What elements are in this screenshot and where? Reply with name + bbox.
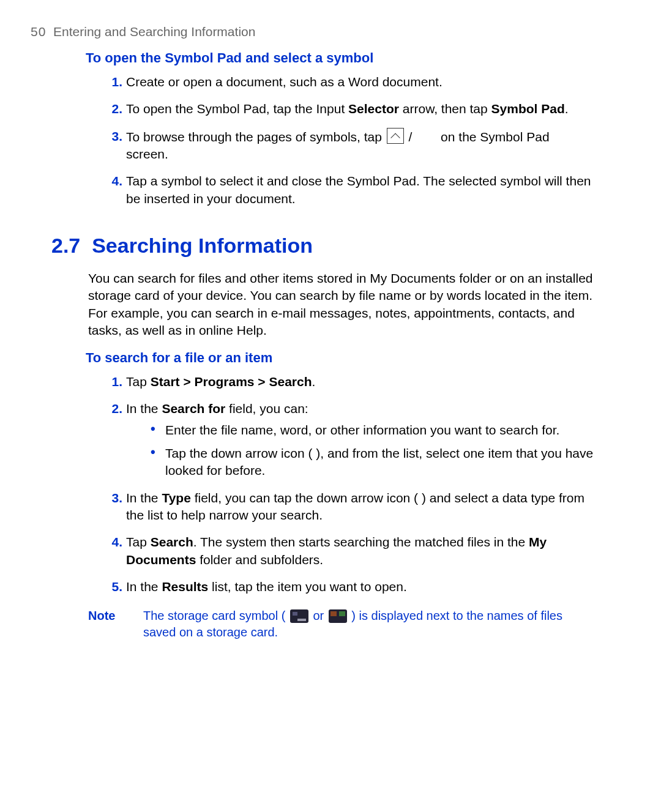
storage-card-icon	[290, 609, 308, 623]
note: Note The storage card symbol ( or ) is d…	[88, 608, 594, 641]
bullet-enter-name: Enter the file name, word, or other info…	[148, 422, 594, 439]
step-4: 4. Tap Search. The system then starts se…	[104, 534, 594, 568]
step-1: 1. Create or open a document, such as a …	[104, 73, 594, 91]
step-number: 3.	[104, 128, 122, 145]
note-text: The storage card symbol ( or ) is displa…	[143, 608, 594, 641]
step-text: Tap a symbol to select it and close the …	[126, 174, 591, 205]
step-text: To open the Symbol Pad, tap the Input Se…	[126, 102, 569, 116]
section-title: Searching Information	[92, 234, 313, 257]
symbol-pad-steps: 1. Create or open a document, such as a …	[104, 73, 594, 207]
step-3: 3. In the Type field, you can tap the do…	[104, 490, 594, 524]
note-label: Note	[88, 608, 143, 641]
step-text: To browse through the pages of symbols, …	[126, 130, 550, 161]
step-number: 3.	[104, 490, 122, 507]
section-heading-2-7: 2.7 Searching Information	[51, 232, 630, 260]
search-steps: 1. Tap Start > Programs > Search. 2. In …	[104, 373, 594, 595]
page-header: 50 Entering and Searching Information	[31, 23, 630, 40]
step-number: 2.	[104, 400, 122, 417]
step-5: 5. In the Results list, tap the item you…	[104, 578, 594, 595]
subhead-search-file: To search for a file or an item	[86, 349, 630, 367]
step-text: In the Type field, you can tap the down …	[126, 491, 584, 522]
step-number: 4.	[104, 173, 122, 190]
page-up-icon	[387, 128, 404, 144]
step-number: 2.	[104, 100, 122, 117]
step-3: 3. To browse through the pages of symbol…	[104, 128, 594, 163]
section-number: 2.7	[51, 234, 80, 257]
page: 50 Entering and Searching Information To…	[0, 0, 661, 812]
step-number: 1.	[104, 373, 122, 390]
step-number: 4.	[104, 534, 122, 551]
step-text: Tap Start > Programs > Search.	[126, 374, 315, 389]
storage-card-icon	[329, 609, 347, 623]
bullet-down-arrow: Tap the down arrow icon ( ), and from th…	[148, 445, 594, 480]
chapter-title: Entering and Searching Information	[53, 24, 255, 39]
step-number: 1.	[104, 73, 122, 91]
step-1: 1. Tap Start > Programs > Search.	[104, 373, 594, 390]
step-2: 2. In the Search for field, you can: Ent…	[104, 400, 594, 479]
section-intro: You can search for files and other items…	[88, 270, 594, 339]
step-text: Create or open a document, such as a Wor…	[126, 75, 443, 89]
page-number: 50	[31, 24, 46, 39]
step-text: In the Results list, tap the item you wa…	[126, 579, 407, 594]
subhead-symbol-pad: To open the Symbol Pad and select a symb…	[86, 49, 630, 67]
step-text: Tap Search. The system then starts searc…	[126, 535, 547, 566]
step-2: 2. To open the Symbol Pad, tap the Input…	[104, 100, 594, 117]
step-4: 4. Tap a symbol to select it and close t…	[104, 173, 594, 207]
search-for-options: Enter the file name, word, or other info…	[148, 422, 594, 480]
step-number: 5.	[104, 578, 122, 595]
step-text: In the Search for field, you can:	[126, 401, 308, 415]
